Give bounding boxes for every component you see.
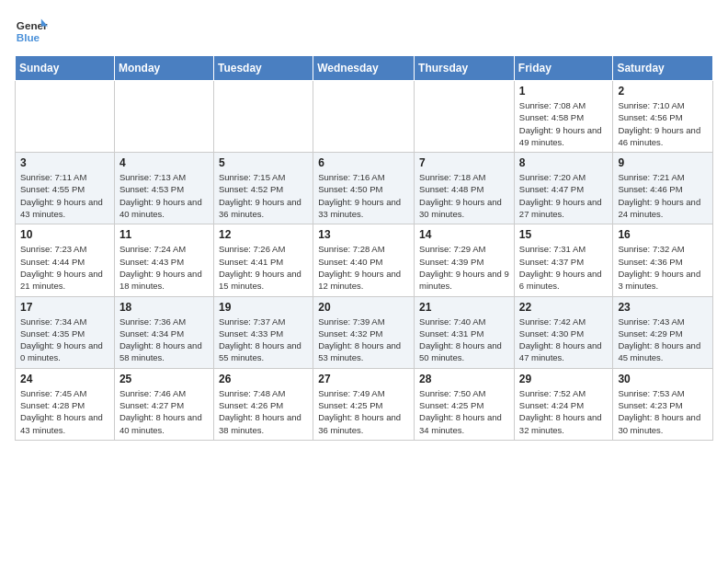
day-number: 7	[419, 156, 509, 169]
day-info: Sunrise: 7:53 AM Sunset: 4:23 PM Dayligh…	[618, 387, 708, 436]
day-info: Sunrise: 7:45 AM Sunset: 4:28 PM Dayligh…	[20, 387, 109, 436]
calendar-cell: 12Sunrise: 7:26 AM Sunset: 4:41 PM Dayli…	[213, 224, 313, 296]
calendar-week-row: 24Sunrise: 7:45 AM Sunset: 4:28 PM Dayli…	[16, 368, 713, 440]
day-info: Sunrise: 7:13 AM Sunset: 4:53 PM Dayligh…	[119, 171, 209, 220]
day-number: 4	[119, 156, 209, 169]
calendar-cell: 7Sunrise: 7:18 AM Sunset: 4:48 PM Daylig…	[415, 153, 515, 224]
weekday-header: Thursday	[415, 56, 515, 81]
day-number: 1	[519, 85, 609, 98]
day-info: Sunrise: 7:15 AM Sunset: 4:52 PM Dayligh…	[219, 171, 308, 220]
logo: General Blue	[15, 15, 48, 48]
calendar-cell	[313, 81, 415, 153]
calendar-cell: 24Sunrise: 7:45 AM Sunset: 4:28 PM Dayli…	[16, 368, 115, 440]
day-number: 28	[419, 373, 509, 385]
weekday-header: Wednesday	[313, 56, 415, 81]
day-info: Sunrise: 7:29 AM Sunset: 4:39 PM Dayligh…	[419, 243, 509, 292]
day-info: Sunrise: 7:32 AM Sunset: 4:36 PM Dayligh…	[618, 243, 708, 292]
day-number: 25	[119, 373, 209, 385]
calendar-header-row: SundayMondayTuesdayWednesdayThursdayFrid…	[16, 56, 713, 81]
calendar-cell: 9Sunrise: 7:21 AM Sunset: 4:46 PM Daylig…	[613, 153, 713, 224]
calendar-cell	[213, 81, 313, 153]
calendar-cell: 17Sunrise: 7:34 AM Sunset: 4:35 PM Dayli…	[16, 296, 115, 368]
calendar-table: SundayMondayTuesdayWednesdayThursdayFrid…	[15, 55, 713, 441]
day-info: Sunrise: 7:39 AM Sunset: 4:32 PM Dayligh…	[318, 316, 409, 364]
day-info: Sunrise: 7:10 AM Sunset: 4:56 PM Dayligh…	[618, 99, 708, 148]
calendar-cell: 28Sunrise: 7:50 AM Sunset: 4:25 PM Dayli…	[415, 368, 515, 440]
day-info: Sunrise: 7:40 AM Sunset: 4:31 PM Dayligh…	[419, 316, 509, 364]
day-info: Sunrise: 7:16 AM Sunset: 4:50 PM Dayligh…	[318, 171, 409, 220]
day-info: Sunrise: 7:43 AM Sunset: 4:29 PM Dayligh…	[618, 316, 708, 364]
calendar-cell: 18Sunrise: 7:36 AM Sunset: 4:34 PM Dayli…	[114, 296, 213, 368]
day-info: Sunrise: 7:28 AM Sunset: 4:40 PM Dayligh…	[318, 243, 409, 292]
day-info: Sunrise: 7:18 AM Sunset: 4:48 PM Dayligh…	[419, 171, 509, 220]
calendar-cell	[16, 81, 115, 153]
day-number: 16	[618, 228, 708, 241]
day-info: Sunrise: 7:36 AM Sunset: 4:34 PM Dayligh…	[119, 316, 209, 364]
calendar-cell	[415, 81, 515, 153]
day-info: Sunrise: 7:20 AM Sunset: 4:47 PM Dayligh…	[519, 171, 609, 220]
calendar-week-row: 1Sunrise: 7:08 AM Sunset: 4:58 PM Daylig…	[16, 81, 713, 153]
calendar-cell: 15Sunrise: 7:31 AM Sunset: 4:37 PM Dayli…	[514, 224, 613, 296]
day-info: Sunrise: 7:23 AM Sunset: 4:44 PM Dayligh…	[20, 243, 109, 292]
day-number: 2	[618, 85, 708, 98]
calendar-cell: 11Sunrise: 7:24 AM Sunset: 4:43 PM Dayli…	[114, 224, 213, 296]
calendar-cell: 13Sunrise: 7:28 AM Sunset: 4:40 PM Dayli…	[313, 224, 415, 296]
day-number: 22	[519, 301, 609, 314]
calendar-cell	[114, 81, 213, 153]
calendar-cell: 5Sunrise: 7:15 AM Sunset: 4:52 PM Daylig…	[213, 153, 313, 224]
calendar-cell: 23Sunrise: 7:43 AM Sunset: 4:29 PM Dayli…	[613, 296, 713, 368]
calendar-cell: 25Sunrise: 7:46 AM Sunset: 4:27 PM Dayli…	[114, 368, 213, 440]
calendar-cell: 8Sunrise: 7:20 AM Sunset: 4:47 PM Daylig…	[514, 153, 613, 224]
calendar-cell: 27Sunrise: 7:49 AM Sunset: 4:25 PM Dayli…	[313, 368, 415, 440]
calendar-cell: 30Sunrise: 7:53 AM Sunset: 4:23 PM Dayli…	[613, 368, 713, 440]
day-info: Sunrise: 7:42 AM Sunset: 4:30 PM Dayligh…	[519, 316, 609, 364]
day-number: 15	[519, 228, 609, 241]
calendar-cell: 10Sunrise: 7:23 AM Sunset: 4:44 PM Dayli…	[16, 224, 115, 296]
calendar-cell: 2Sunrise: 7:10 AM Sunset: 4:56 PM Daylig…	[613, 81, 713, 153]
day-number: 18	[119, 301, 209, 314]
day-info: Sunrise: 7:24 AM Sunset: 4:43 PM Dayligh…	[119, 243, 209, 292]
day-info: Sunrise: 7:08 AM Sunset: 4:58 PM Dayligh…	[519, 99, 609, 148]
calendar-cell: 21Sunrise: 7:40 AM Sunset: 4:31 PM Dayli…	[415, 296, 515, 368]
day-info: Sunrise: 7:48 AM Sunset: 4:26 PM Dayligh…	[219, 387, 308, 436]
calendar-cell: 3Sunrise: 7:11 AM Sunset: 4:55 PM Daylig…	[16, 153, 115, 224]
day-info: Sunrise: 7:37 AM Sunset: 4:33 PM Dayligh…	[219, 316, 308, 364]
day-number: 29	[519, 373, 609, 385]
day-info: Sunrise: 7:49 AM Sunset: 4:25 PM Dayligh…	[318, 387, 409, 436]
day-number: 3	[20, 156, 109, 169]
day-number: 10	[20, 228, 109, 241]
day-number: 19	[219, 301, 308, 314]
calendar-cell: 14Sunrise: 7:29 AM Sunset: 4:39 PM Dayli…	[415, 224, 515, 296]
calendar-cell: 1Sunrise: 7:08 AM Sunset: 4:58 PM Daylig…	[514, 81, 613, 153]
weekday-header: Sunday	[16, 56, 115, 81]
page-header: General Blue	[15, 15, 713, 48]
logo-icon: General Blue	[15, 15, 48, 48]
day-number: 12	[219, 228, 308, 241]
calendar-week-row: 10Sunrise: 7:23 AM Sunset: 4:44 PM Dayli…	[16, 224, 713, 296]
weekday-header: Friday	[514, 56, 613, 81]
day-info: Sunrise: 7:11 AM Sunset: 4:55 PM Dayligh…	[20, 171, 109, 220]
day-number: 17	[20, 301, 109, 314]
weekday-header: Monday	[114, 56, 213, 81]
day-number: 14	[419, 228, 509, 241]
day-number: 23	[618, 301, 708, 314]
day-number: 24	[20, 373, 109, 385]
calendar-cell: 26Sunrise: 7:48 AM Sunset: 4:26 PM Dayli…	[213, 368, 313, 440]
weekday-header: Tuesday	[213, 56, 313, 81]
day-number: 21	[419, 301, 509, 314]
weekday-header: Saturday	[613, 56, 713, 81]
calendar-week-row: 3Sunrise: 7:11 AM Sunset: 4:55 PM Daylig…	[16, 153, 713, 224]
day-info: Sunrise: 7:26 AM Sunset: 4:41 PM Dayligh…	[219, 243, 308, 292]
calendar-week-row: 17Sunrise: 7:34 AM Sunset: 4:35 PM Dayli…	[16, 296, 713, 368]
calendar-cell: 20Sunrise: 7:39 AM Sunset: 4:32 PM Dayli…	[313, 296, 415, 368]
day-number: 20	[318, 301, 409, 314]
day-info: Sunrise: 7:31 AM Sunset: 4:37 PM Dayligh…	[519, 243, 609, 292]
day-number: 26	[219, 373, 308, 385]
day-number: 30	[618, 373, 708, 385]
day-number: 8	[519, 156, 609, 169]
day-number: 13	[318, 228, 409, 241]
calendar-cell: 16Sunrise: 7:32 AM Sunset: 4:36 PM Dayli…	[613, 224, 713, 296]
calendar-cell: 19Sunrise: 7:37 AM Sunset: 4:33 PM Dayli…	[213, 296, 313, 368]
svg-text:Blue: Blue	[17, 31, 40, 43]
day-info: Sunrise: 7:21 AM Sunset: 4:46 PM Dayligh…	[618, 171, 708, 220]
